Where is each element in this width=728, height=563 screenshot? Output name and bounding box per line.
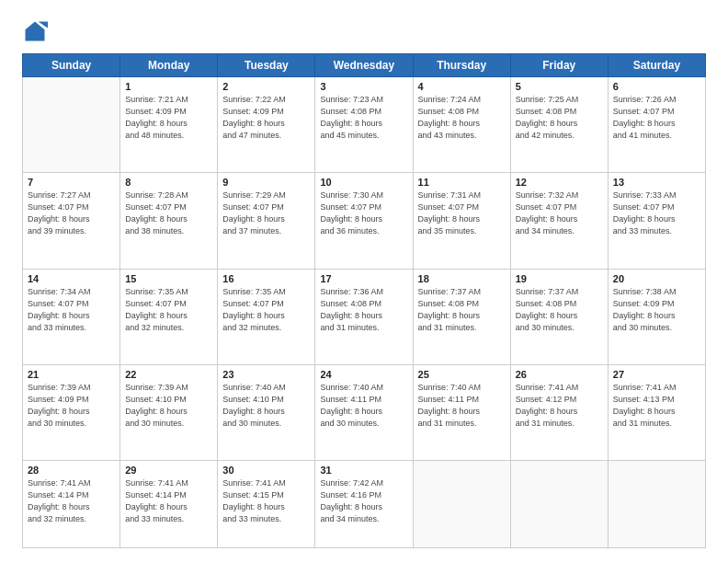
weekday-header-sunday: Sunday [23, 54, 120, 77]
calendar-cell: 4Sunrise: 7:24 AM Sunset: 4:08 PM Daylig… [413, 77, 510, 173]
calendar-cell: 24Sunrise: 7:40 AM Sunset: 4:11 PM Dayli… [315, 364, 413, 460]
calendar-cell: 15Sunrise: 7:35 AM Sunset: 4:07 PM Dayli… [120, 269, 218, 364]
calendar-cell: 30Sunrise: 7:41 AM Sunset: 4:15 PM Dayli… [218, 461, 315, 548]
calendar-cell: 11Sunrise: 7:31 AM Sunset: 4:07 PM Dayli… [413, 173, 510, 269]
day-number: 3 [320, 81, 407, 92]
day-number: 21 [28, 369, 115, 380]
day-info: Sunrise: 7:35 AM Sunset: 4:07 PM Dayligh… [222, 286, 310, 334]
calendar-week-3: 14Sunrise: 7:34 AM Sunset: 4:07 PM Dayli… [23, 269, 706, 364]
day-number: 19 [516, 273, 603, 284]
day-info: Sunrise: 7:33 AM Sunset: 4:07 PM Dayligh… [613, 190, 700, 237]
day-info: Sunrise: 7:28 AM Sunset: 4:07 PM Dayligh… [125, 190, 212, 237]
day-info: Sunrise: 7:37 AM Sunset: 4:08 PM Dayligh… [516, 286, 603, 334]
day-number: 16 [222, 273, 310, 284]
day-number: 13 [613, 177, 700, 188]
day-info: Sunrise: 7:37 AM Sunset: 4:08 PM Dayligh… [418, 286, 506, 334]
day-info: Sunrise: 7:22 AM Sunset: 4:09 PM Dayligh… [222, 94, 310, 142]
day-number: 25 [418, 369, 506, 380]
page: SundayMondayTuesdayWednesdayThursdayFrid… [0, 0, 728, 563]
calendar-cell: 31Sunrise: 7:42 AM Sunset: 4:16 PM Dayli… [315, 461, 413, 548]
day-info: Sunrise: 7:39 AM Sunset: 4:09 PM Dayligh… [28, 382, 115, 430]
weekday-header-tuesday: Tuesday [218, 54, 315, 77]
day-number: 8 [125, 177, 212, 188]
calendar-cell: 14Sunrise: 7:34 AM Sunset: 4:07 PM Dayli… [23, 269, 120, 364]
calendar-cell: 12Sunrise: 7:32 AM Sunset: 4:07 PM Dayli… [510, 173, 608, 269]
day-info: Sunrise: 7:39 AM Sunset: 4:10 PM Dayligh… [125, 382, 212, 430]
day-number: 14 [28, 273, 115, 284]
day-number: 23 [222, 369, 310, 380]
calendar-cell: 3Sunrise: 7:23 AM Sunset: 4:08 PM Daylig… [315, 77, 413, 173]
calendar-cell: 19Sunrise: 7:37 AM Sunset: 4:08 PM Dayli… [510, 269, 608, 364]
logo-icon [22, 18, 48, 44]
calendar-week-2: 7Sunrise: 7:27 AM Sunset: 4:07 PM Daylig… [23, 173, 706, 269]
day-info: Sunrise: 7:41 AM Sunset: 4:14 PM Dayligh… [28, 477, 115, 525]
day-number: 7 [28, 177, 115, 188]
day-number: 12 [516, 177, 603, 188]
calendar-cell: 18Sunrise: 7:37 AM Sunset: 4:08 PM Dayli… [413, 269, 510, 364]
day-number: 31 [320, 465, 407, 476]
day-number: 27 [613, 369, 700, 380]
day-number: 18 [418, 273, 506, 284]
day-info: Sunrise: 7:24 AM Sunset: 4:08 PM Dayligh… [418, 94, 506, 142]
day-info: Sunrise: 7:40 AM Sunset: 4:11 PM Dayligh… [418, 382, 506, 430]
day-info: Sunrise: 7:26 AM Sunset: 4:07 PM Dayligh… [613, 94, 700, 142]
calendar-cell: 29Sunrise: 7:41 AM Sunset: 4:14 PM Dayli… [120, 461, 218, 548]
calendar-cell: 17Sunrise: 7:36 AM Sunset: 4:08 PM Dayli… [315, 269, 413, 364]
day-number: 15 [125, 273, 212, 284]
weekday-header-thursday: Thursday [413, 54, 510, 77]
day-number: 1 [125, 81, 212, 92]
day-info: Sunrise: 7:35 AM Sunset: 4:07 PM Dayligh… [125, 286, 212, 334]
calendar-cell: 13Sunrise: 7:33 AM Sunset: 4:07 PM Dayli… [608, 173, 705, 269]
day-info: Sunrise: 7:40 AM Sunset: 4:11 PM Dayligh… [320, 382, 407, 430]
weekday-header-saturday: Saturday [608, 54, 705, 77]
day-info: Sunrise: 7:38 AM Sunset: 4:09 PM Dayligh… [613, 286, 700, 334]
calendar-cell: 9Sunrise: 7:29 AM Sunset: 4:07 PM Daylig… [218, 173, 315, 269]
day-info: Sunrise: 7:30 AM Sunset: 4:07 PM Dayligh… [320, 190, 407, 237]
calendar-cell: 26Sunrise: 7:41 AM Sunset: 4:12 PM Dayli… [510, 364, 608, 460]
calendar-cell: 16Sunrise: 7:35 AM Sunset: 4:07 PM Dayli… [218, 269, 315, 364]
weekday-header-wednesday: Wednesday [315, 54, 413, 77]
calendar-table: SundayMondayTuesdayWednesdayThursdayFrid… [22, 53, 706, 548]
day-info: Sunrise: 7:40 AM Sunset: 4:10 PM Dayligh… [222, 382, 310, 430]
calendar-cell: 10Sunrise: 7:30 AM Sunset: 4:07 PM Dayli… [315, 173, 413, 269]
logo [22, 18, 51, 44]
day-info: Sunrise: 7:41 AM Sunset: 4:14 PM Dayligh… [125, 477, 212, 525]
day-number: 17 [320, 273, 407, 284]
day-number: 6 [613, 81, 700, 92]
day-info: Sunrise: 7:42 AM Sunset: 4:16 PM Dayligh… [320, 477, 407, 525]
calendar-cell: 25Sunrise: 7:40 AM Sunset: 4:11 PM Dayli… [413, 364, 510, 460]
calendar-cell: 23Sunrise: 7:40 AM Sunset: 4:10 PM Dayli… [218, 364, 315, 460]
day-info: Sunrise: 7:36 AM Sunset: 4:08 PM Dayligh… [320, 286, 407, 334]
calendar-week-4: 21Sunrise: 7:39 AM Sunset: 4:09 PM Dayli… [23, 364, 706, 460]
day-number: 11 [418, 177, 506, 188]
calendar-cell: 27Sunrise: 7:41 AM Sunset: 4:13 PM Dayli… [608, 364, 705, 460]
day-number: 26 [516, 369, 603, 380]
day-info: Sunrise: 7:34 AM Sunset: 4:07 PM Dayligh… [28, 286, 115, 334]
day-info: Sunrise: 7:41 AM Sunset: 4:15 PM Dayligh… [222, 477, 310, 525]
day-info: Sunrise: 7:27 AM Sunset: 4:07 PM Dayligh… [28, 190, 115, 237]
day-number: 29 [125, 465, 212, 476]
calendar-cell [413, 461, 510, 548]
day-info: Sunrise: 7:21 AM Sunset: 4:09 PM Dayligh… [125, 94, 212, 142]
calendar-cell: 5Sunrise: 7:25 AM Sunset: 4:08 PM Daylig… [510, 77, 608, 173]
calendar-cell: 21Sunrise: 7:39 AM Sunset: 4:09 PM Dayli… [23, 364, 120, 460]
header [22, 18, 706, 44]
day-number: 2 [222, 81, 310, 92]
day-info: Sunrise: 7:32 AM Sunset: 4:07 PM Dayligh… [516, 190, 603, 237]
day-info: Sunrise: 7:41 AM Sunset: 4:13 PM Dayligh… [613, 382, 700, 430]
day-number: 24 [320, 369, 407, 380]
calendar-cell: 22Sunrise: 7:39 AM Sunset: 4:10 PM Dayli… [120, 364, 218, 460]
day-number: 22 [125, 369, 212, 380]
day-number: 9 [222, 177, 310, 188]
calendar-week-5: 28Sunrise: 7:41 AM Sunset: 4:14 PM Dayli… [23, 461, 706, 548]
calendar-cell: 8Sunrise: 7:28 AM Sunset: 4:07 PM Daylig… [120, 173, 218, 269]
day-info: Sunrise: 7:41 AM Sunset: 4:12 PM Dayligh… [516, 382, 603, 430]
calendar-cell [23, 77, 120, 173]
day-info: Sunrise: 7:29 AM Sunset: 4:07 PM Dayligh… [222, 190, 310, 237]
weekday-row: SundayMondayTuesdayWednesdayThursdayFrid… [23, 54, 706, 77]
calendar-week-1: 1Sunrise: 7:21 AM Sunset: 4:09 PM Daylig… [23, 77, 706, 173]
calendar-cell: 28Sunrise: 7:41 AM Sunset: 4:14 PM Dayli… [23, 461, 120, 548]
calendar-cell: 7Sunrise: 7:27 AM Sunset: 4:07 PM Daylig… [23, 173, 120, 269]
day-number: 4 [418, 81, 506, 92]
day-number: 20 [613, 273, 700, 284]
